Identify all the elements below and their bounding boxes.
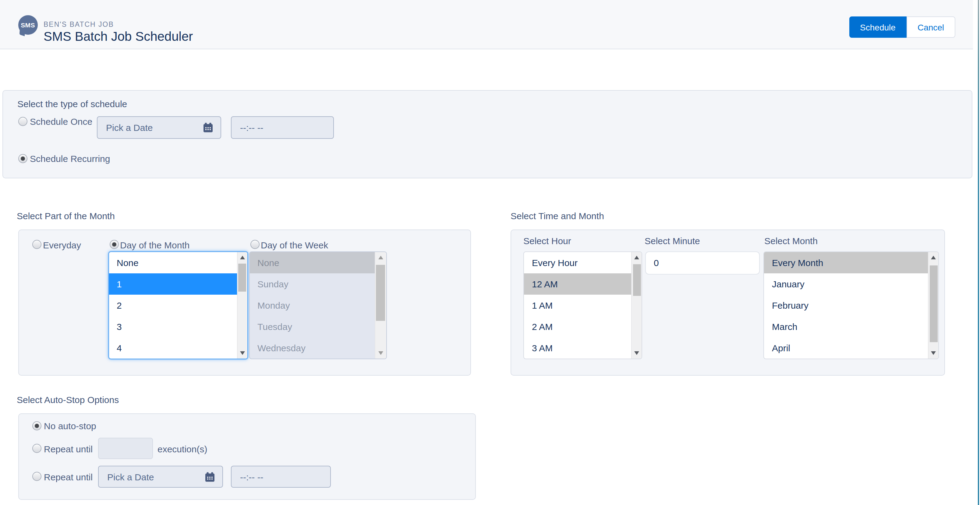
select-month-label: Select Month — [764, 236, 818, 246]
list-option[interactable]: 1 — [109, 273, 237, 295]
list-option[interactable]: April — [764, 337, 928, 359]
everyday-radio[interactable] — [32, 240, 41, 249]
repeat-until-date-radio[interactable] — [32, 472, 41, 481]
schedule-once-label[interactable]: Schedule Once — [30, 116, 92, 127]
no-auto-stop-radio[interactable] — [32, 421, 41, 430]
header-subtitle: BEN'S BATCH JOB — [44, 21, 114, 28]
scrollbar-thumb — [376, 265, 385, 321]
cancel-button[interactable]: Cancel — [907, 16, 955, 38]
everyday-label[interactable]: Everyday — [43, 240, 81, 250]
repeat-until-date-label[interactable]: Repeat until — [44, 472, 92, 482]
no-auto-stop-label[interactable]: No auto-stop — [44, 421, 96, 431]
executions-count-input[interactable] — [98, 438, 153, 459]
once-date-placeholder: Pick a Date — [106, 122, 202, 133]
once-time-input[interactable]: --:-- -- — [231, 116, 334, 139]
auto-stop-date-input[interactable]: Pick a Date — [98, 466, 223, 488]
list-option[interactable]: 3 — [109, 316, 237, 337]
repeat-executions-label[interactable]: Repeat until — [44, 443, 92, 454]
auto-stop-section: No auto-stop Repeat until execution(s) R… — [18, 413, 476, 500]
sms-batch-job-scheduler-page: SMS BEN'S BATCH JOB SMS Batch Job Schedu… — [0, 0, 980, 505]
once-date-input[interactable]: Pick a Date — [97, 116, 221, 139]
list-option[interactable]: 3 AM — [524, 337, 631, 359]
auto-stop-label: Select Auto-Stop Options — [17, 394, 119, 405]
scroll-up-icon — [375, 252, 386, 262]
list-option: Sunday — [250, 273, 374, 295]
scroll-up-icon[interactable] — [929, 252, 938, 262]
month-listbox[interactable]: Every MonthJanuaryFebruaryMarchApril — [764, 251, 939, 359]
list-option: Wednesday — [250, 337, 374, 359]
list-option[interactable]: March — [764, 316, 928, 337]
scroll-up-icon[interactable] — [237, 252, 247, 262]
list-option: None — [250, 252, 374, 273]
day-of-month-label[interactable]: Day of the Month — [120, 240, 189, 250]
auto-stop-time-input[interactable]: --:-- -- — [231, 466, 331, 488]
day-of-week-listbox: NoneSundayMondayTuesdayWednesday — [249, 251, 387, 359]
day-list-scrollbar[interactable] — [237, 252, 247, 359]
schedule-recurring-radio[interactable] — [18, 154, 27, 163]
calendar-icon[interactable] — [205, 472, 215, 482]
scroll-down-icon[interactable] — [632, 348, 641, 358]
list-option[interactable]: 2 — [109, 295, 237, 316]
list-option[interactable]: February — [764, 295, 928, 316]
executions-suffix-label: execution(s) — [158, 443, 207, 454]
scrollbar-thumb[interactable] — [929, 265, 937, 342]
week-list-scrollbar — [374, 252, 386, 359]
scroll-down-icon[interactable] — [237, 348, 247, 358]
month-list-scrollbar[interactable] — [928, 252, 938, 359]
right-edge-accent-line — [978, 0, 979, 505]
select-hour-label: Select Hour — [523, 236, 571, 246]
scroll-down-icon — [375, 348, 386, 358]
part-of-month-section: Everyday Day of the Month Day of the Wee… — [18, 230, 471, 375]
minute-listbox[interactable]: 0 — [645, 251, 760, 275]
list-option[interactable]: Every Hour — [524, 252, 631, 273]
list-option[interactable]: January — [764, 273, 928, 295]
list-option[interactable]: 12 AM — [524, 273, 631, 295]
list-option[interactable]: 0 — [646, 252, 759, 274]
day-of-month-radio[interactable] — [110, 240, 119, 249]
auto-stop-date-placeholder: Pick a Date — [107, 472, 205, 482]
schedule-type-section: Select the type of schedule Schedule Onc… — [2, 90, 972, 178]
schedule-type-label: Select the type of schedule — [18, 98, 127, 109]
list-option: Monday — [250, 295, 374, 316]
list-option[interactable]: 2 AM — [524, 316, 631, 337]
list-option[interactable]: None — [109, 252, 237, 273]
hour-list-scrollbar[interactable] — [631, 252, 641, 359]
schedule-button[interactable]: Schedule — [849, 16, 907, 38]
day-of-month-listbox[interactable]: None1234 — [108, 251, 248, 359]
sms-icon-text: SMS — [21, 21, 35, 29]
time-and-month-label: Select Time and Month — [511, 210, 604, 221]
list-option[interactable]: Every Month — [764, 252, 928, 273]
scroll-down-icon[interactable] — [929, 348, 938, 358]
schedule-once-radio[interactable] — [18, 117, 27, 126]
repeat-executions-radio[interactable] — [32, 444, 41, 453]
day-of-week-radio[interactable] — [250, 240, 259, 249]
scrollbar-thumb[interactable] — [238, 264, 246, 292]
list-option[interactable]: 1 AM — [524, 295, 631, 316]
part-of-month-label: Select Part of the Month — [17, 210, 115, 221]
scrollbar-thumb[interactable] — [633, 264, 641, 296]
scroll-up-icon[interactable] — [632, 252, 641, 262]
hour-listbox[interactable]: Every Hour12 AM1 AM2 AM3 AM — [523, 251, 642, 359]
schedule-recurring-label[interactable]: Schedule Recurring — [30, 153, 110, 164]
page-header: SMS BEN'S BATCH JOB SMS Batch Job Schedu… — [0, 0, 973, 49]
page-title: SMS Batch Job Scheduler — [44, 29, 193, 43]
select-minute-label: Select Minute — [644, 236, 700, 246]
list-option[interactable]: 4 — [109, 337, 237, 359]
once-time-placeholder: --:-- -- — [240, 122, 326, 133]
list-option: Tuesday — [250, 316, 374, 337]
calendar-icon[interactable] — [202, 122, 213, 133]
auto-stop-time-placeholder: --:-- -- — [240, 472, 323, 482]
sms-app-icon: SMS — [18, 15, 37, 34]
day-of-week-label[interactable]: Day of the Week — [261, 240, 328, 250]
time-and-month-section: Select Hour Select Minute Select Month E… — [511, 230, 945, 375]
